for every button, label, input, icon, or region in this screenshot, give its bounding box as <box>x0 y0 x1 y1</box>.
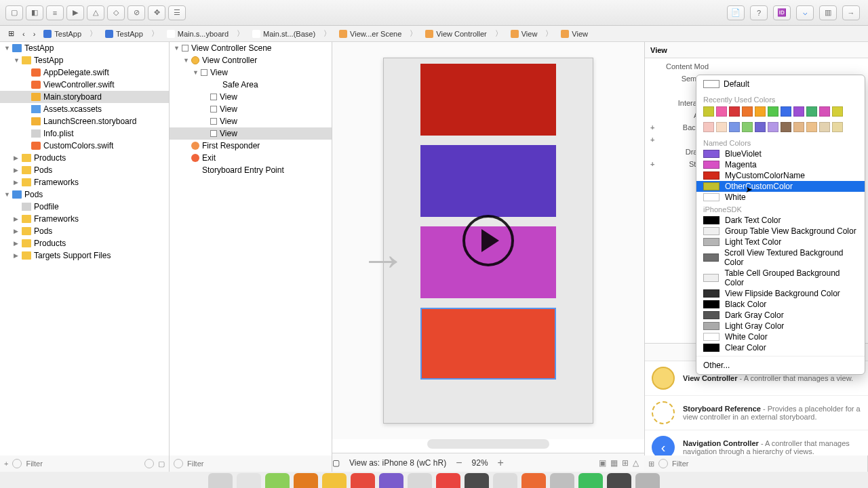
color-list-item[interactable]: Group Table View Background Color <box>696 226 865 237</box>
library-item[interactable]: Storyboard Reference - Provides a placeh… <box>645 396 868 430</box>
jump-segment[interactable]: Main.s...yboard <box>163 30 233 38</box>
color-swatch[interactable] <box>703 106 714 117</box>
dock-app-icon[interactable] <box>607 473 631 488</box>
nav-run-button[interactable]: ▶ <box>66 5 84 20</box>
help-inspector-button[interactable]: ? <box>750 5 768 20</box>
color-list-item[interactable]: Light Text Color <box>696 237 865 247</box>
size-inspector-button[interactable]: ▥ <box>819 5 837 20</box>
tree-row[interactable]: CustomColors.swift <box>0 140 169 152</box>
color-swatch[interactable] <box>755 122 766 132</box>
jump-editor-mode[interactable]: ⊞ <box>4 29 18 38</box>
tree-row[interactable]: First Responder <box>170 140 332 152</box>
dock-app-icon[interactable] <box>265 473 290 488</box>
dock-app-icon[interactable] <box>635 473 660 488</box>
color-swatch[interactable] <box>729 122 740 132</box>
tree-row[interactable]: ▶Targets Support Files <box>0 249 169 262</box>
nav-tests-button[interactable]: ◇ <box>107 5 125 20</box>
color-swatch[interactable] <box>768 122 778 132</box>
connections-inspector-button[interactable]: → <box>842 5 860 20</box>
file-inspector-button[interactable]: 📄 <box>727 5 745 20</box>
tree-row[interactable]: View <box>170 103 332 115</box>
view-rect-1[interactable] <box>420 64 556 136</box>
color-swatch[interactable] <box>768 106 778 117</box>
color-swatch[interactable] <box>819 122 830 132</box>
dock-app-icon[interactable] <box>208 473 233 488</box>
color-list-item[interactable]: Clear Color <box>696 342 865 353</box>
color-swatch[interactable] <box>806 106 817 117</box>
document-outline[interactable]: ▼View Controller Scene▼View Controller▼V… <box>170 42 332 472</box>
tree-row[interactable]: View <box>170 127 332 140</box>
color-swatch[interactable] <box>716 106 727 117</box>
tree-row[interactable]: ▶Products <box>0 237 169 249</box>
tree-row[interactable]: View <box>170 115 332 127</box>
jump-back-button[interactable]: ‹ <box>18 30 29 38</box>
color-list-item[interactable]: Dark Text Color <box>696 215 865 226</box>
color-list-item[interactable]: Light Gray Color <box>696 321 865 331</box>
tree-row[interactable]: Exit <box>170 152 332 164</box>
disclosure-triangle-icon[interactable]: ▶ <box>14 228 19 235</box>
tree-row[interactable]: Safe Area <box>170 79 332 91</box>
color-swatch[interactable] <box>793 106 804 117</box>
disclosure-triangle-icon[interactable]: ▼ <box>193 69 198 76</box>
library-scope-icon[interactable] <box>658 459 668 468</box>
color-swatch[interactable] <box>832 122 843 132</box>
color-swatch[interactable] <box>781 106 791 117</box>
color-list-item[interactable]: White <box>696 192 865 203</box>
color-list-item[interactable]: MyCustomColorName <box>696 170 865 181</box>
disclosure-triangle-icon[interactable]: ▼ <box>174 45 179 52</box>
jump-segment[interactable]: Main.st...(Base) <box>248 30 319 38</box>
nav-issues-button[interactable]: △ <box>87 5 104 20</box>
outline-scope-icon[interactable] <box>174 459 183 468</box>
add-attribute-button[interactable]: + <box>650 136 654 144</box>
tree-row[interactable]: ▼View <box>170 66 332 79</box>
color-list-item[interactable]: View Flipside Background Color <box>696 288 865 299</box>
dock-app-icon[interactable] <box>436 473 460 488</box>
tree-row[interactable]: ▶Frameworks <box>0 213 169 225</box>
dock-app-icon[interactable] <box>550 473 574 488</box>
view-rect-2[interactable] <box>420 145 556 217</box>
disclosure-triangle-icon[interactable]: ▶ <box>14 155 19 161</box>
color-swatch[interactable] <box>806 122 817 132</box>
dock-app-icon[interactable] <box>322 473 347 488</box>
jump-segment[interactable]: View Controller <box>421 30 490 38</box>
color-list-item[interactable]: Black Color <box>696 299 865 310</box>
disclosure-triangle-icon[interactable]: ▶ <box>14 179 19 186</box>
tree-row[interactable]: Info.plist <box>0 127 169 140</box>
jump-segment[interactable]: View <box>507 30 542 38</box>
nav-folder-button[interactable]: ▢ <box>5 5 23 20</box>
tree-row[interactable]: Assets.xcassets <box>0 103 169 115</box>
jump-segment[interactable]: View <box>557 30 592 38</box>
disclosure-triangle-icon[interactable]: ▶ <box>14 167 19 174</box>
tree-row[interactable]: ▶Products <box>0 152 169 164</box>
tree-row[interactable]: ViewController.swift <box>0 79 169 91</box>
add-attribute-button[interactable]: + <box>650 160 654 168</box>
disclosure-triangle-icon[interactable]: ▶ <box>14 240 19 247</box>
color-list-item[interactable]: Magenta <box>696 159 865 170</box>
add-button[interactable]: + <box>4 460 8 468</box>
color-default-option[interactable]: Default <box>696 75 865 93</box>
tree-row[interactable]: View <box>170 91 332 103</box>
navigator-filter-input[interactable] <box>26 460 140 468</box>
color-swatch[interactable] <box>832 106 843 117</box>
color-swatch[interactable] <box>793 122 804 132</box>
tree-row[interactable]: ▼TestApp <box>0 54 169 66</box>
scope-button[interactable] <box>12 459 22 468</box>
dock-app-icon[interactable] <box>493 473 517 488</box>
color-swatch[interactable] <box>742 106 753 117</box>
color-list-item[interactable]: Dark Gray Color <box>696 310 865 321</box>
tree-row[interactable]: Podfile <box>0 201 169 213</box>
scm-scope-icon[interactable]: ▢ <box>158 460 165 468</box>
color-swatch[interactable] <box>742 122 753 132</box>
tree-row[interactable]: ▼TestApp <box>0 42 169 54</box>
outline-filter-input[interactable] <box>187 460 328 468</box>
disclosure-triangle-icon[interactable]: ▼ <box>4 191 9 198</box>
library-filter-input[interactable] <box>672 460 863 468</box>
dock-app-icon[interactable] <box>408 473 432 488</box>
tree-row[interactable]: ▼Pods <box>0 188 169 201</box>
disclosure-triangle-icon[interactable]: ▼ <box>14 57 19 64</box>
scene-viewport[interactable]: → <box>332 42 644 439</box>
jump-segment[interactable]: TestApp <box>39 30 85 38</box>
canvas-horizontal-scrollbar[interactable] <box>427 439 549 449</box>
attributes-inspector-button[interactable]: ⌵ <box>796 5 814 20</box>
dock-app-icon[interactable] <box>379 473 403 488</box>
